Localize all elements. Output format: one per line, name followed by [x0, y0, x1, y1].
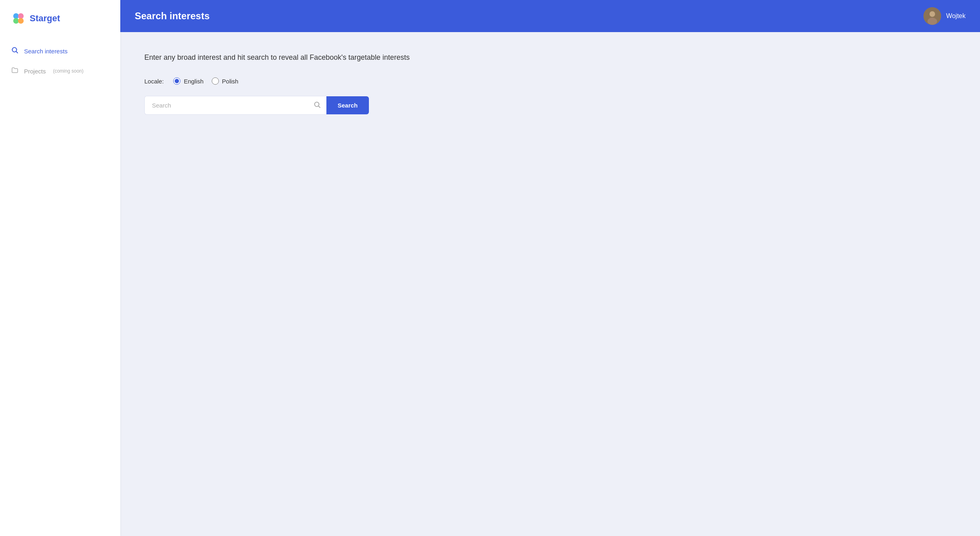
header: Search interests Wojtek — [120, 0, 980, 32]
search-input-wrapper — [144, 96, 326, 115]
svg-point-8 — [927, 18, 937, 25]
search-icon — [11, 47, 18, 55]
sidebar-navigation: Search interests Projects (coming soon) — [0, 37, 120, 85]
sidebar: Starget Search interests Projects (comin… — [0, 0, 120, 536]
locale-english-label: English — [184, 78, 203, 85]
sidebar-item-search-interests-label: Search interests — [24, 48, 67, 55]
sidebar-item-projects-label: Projects — [24, 68, 46, 75]
content-area: Enter any broad interest and hit search … — [120, 32, 980, 536]
page-title: Search interests — [135, 10, 210, 22]
username: Wojtek — [946, 12, 966, 20]
locale-radio-group: English Polish — [173, 77, 238, 85]
content-description: Enter any broad interest and hit search … — [144, 52, 956, 63]
svg-point-7 — [929, 11, 935, 17]
locale-row: Locale: English Polish — [144, 77, 956, 85]
svg-point-2 — [13, 18, 19, 24]
locale-polish-label: Polish — [222, 78, 239, 85]
svg-point-3 — [18, 18, 24, 24]
svg-point-1 — [18, 13, 24, 19]
folder-icon — [11, 67, 18, 75]
locale-polish-radio[interactable] — [212, 77, 219, 85]
logo: Starget — [0, 0, 120, 37]
locale-english-radio[interactable] — [173, 77, 180, 85]
logo-icon — [11, 11, 26, 26]
main-content: Search interests Wojtek Enter any broad … — [120, 0, 980, 536]
search-row: Search — [144, 96, 369, 115]
locale-polish-option[interactable]: Polish — [212, 77, 239, 85]
coming-soon-label: (coming soon) — [53, 68, 83, 74]
user-info: Wojtek — [923, 7, 966, 25]
locale-english-option[interactable]: English — [173, 77, 203, 85]
locale-label: Locale: — [144, 78, 164, 85]
avatar — [923, 7, 941, 25]
search-button[interactable]: Search — [326, 96, 369, 114]
search-input[interactable] — [144, 96, 326, 115]
logo-text: Starget — [30, 13, 60, 24]
sidebar-item-search-interests[interactable]: Search interests — [0, 41, 120, 61]
sidebar-item-projects[interactable]: Projects (coming soon) — [0, 61, 120, 81]
svg-line-5 — [16, 52, 18, 53]
svg-point-0 — [13, 13, 19, 19]
